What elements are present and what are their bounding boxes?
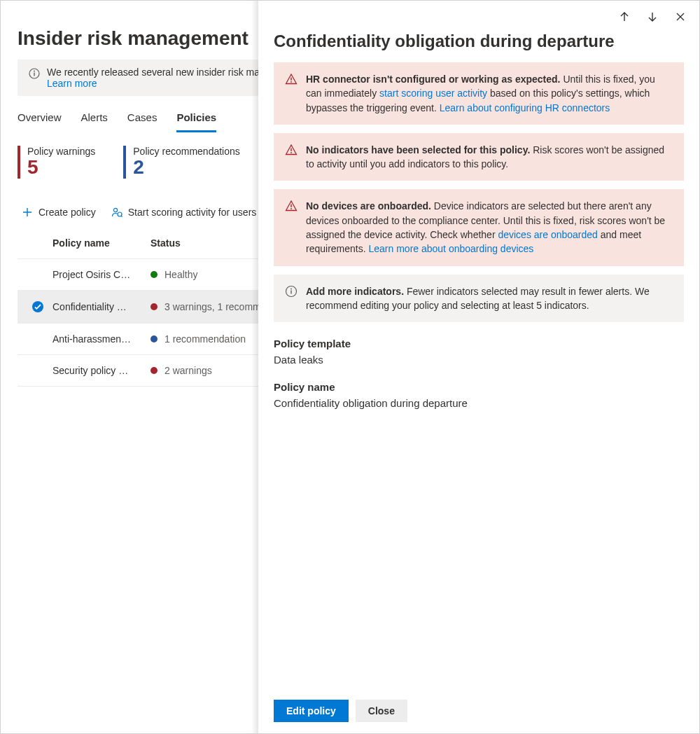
warning-icon: [285, 144, 298, 172]
checked-icon: [31, 300, 44, 313]
plus-icon: [22, 207, 33, 218]
warning-icon: [285, 200, 298, 256]
alert-text: HR connector isn't configured or working…: [306, 72, 673, 115]
arrow-up-icon: [618, 11, 631, 23]
learn-hr-connectors-link[interactable]: Learn about configuring HR connectors: [440, 102, 610, 113]
close-button[interactable]: Close: [356, 700, 407, 722]
svg-rect-2: [34, 73, 34, 76]
panel-top-actions: [258, 1, 699, 26]
panel-title: Confidentiality obligation during depart…: [258, 26, 699, 62]
policy-name-label: Policy name: [274, 381, 684, 393]
policy-name-cell: Security policy …: [52, 365, 150, 376]
close-panel-button[interactable]: [671, 8, 690, 26]
alert-add-indicators: Add more indicators. Fewer indicators se…: [274, 275, 684, 323]
devices-onboarded-link[interactable]: devices are onboarded: [498, 229, 597, 240]
status-dot-icon: [150, 303, 158, 310]
svg-rect-10: [290, 205, 291, 208]
svg-rect-8: [290, 148, 291, 151]
tab-overview[interactable]: Overview: [18, 104, 62, 132]
status-text: 2 warnings: [164, 365, 212, 376]
tab-policies[interactable]: Policies: [176, 104, 216, 132]
info-icon: [29, 68, 40, 79]
edit-policy-button[interactable]: Edit policy: [274, 700, 349, 722]
status-dot-icon: [150, 335, 158, 342]
status-text: Healthy: [164, 269, 197, 280]
warning-icon: [285, 73, 298, 115]
banner-learn-more-link[interactable]: Learn more: [47, 78, 97, 89]
start-scoring-link[interactable]: start scoring user activity: [379, 88, 487, 99]
arrow-down-icon: [646, 11, 659, 23]
svg-point-3: [113, 208, 117, 212]
alert-bold: Add more indicators.: [306, 286, 404, 297]
alert-bold: No indicators have been selected for thi…: [306, 144, 530, 155]
policy-template-label: Policy template: [274, 338, 684, 349]
status-dot-icon: [150, 367, 158, 374]
policy-template-value: Data leaks: [274, 354, 684, 366]
alert-no-indicators: No indicators have been selected for thi…: [274, 133, 684, 181]
policy-name-cell: Anti-harassmen…: [52, 333, 150, 345]
previous-button[interactable]: [615, 8, 634, 26]
next-button[interactable]: [643, 8, 662, 26]
panel-body: HR connector isn't configured or working…: [258, 62, 699, 688]
tab-cases[interactable]: Cases: [127, 104, 158, 132]
alert-text: Add more indicators. Fewer indicators se…: [306, 284, 673, 313]
svg-point-11: [290, 209, 292, 210]
col-policy-name[interactable]: Policy name: [52, 237, 150, 249]
svg-point-9: [290, 152, 292, 153]
row-checkbox[interactable]: [23, 300, 52, 313]
svg-point-7: [290, 81, 292, 83]
policy-name-value: Confidentiality obligation during depart…: [274, 397, 684, 409]
alert-no-devices: No devices are onboarded. Device indicat…: [274, 189, 684, 265]
svg-rect-14: [290, 290, 291, 293]
panel-footer: Edit policy Close: [258, 688, 699, 733]
svg-point-13: [290, 288, 292, 289]
policy-name-cell: Project Osiris C…: [52, 269, 150, 280]
stat-recommendations: Policy recommendations 2: [123, 146, 240, 179]
alert-bold: No devices are onboarded.: [306, 200, 431, 212]
stat-recommend-value: 2: [133, 157, 240, 179]
start-scoring-label: Start scoring activity for users: [128, 207, 257, 218]
policy-name-cell: Confidentiality …: [52, 301, 150, 312]
start-scoring-button[interactable]: Start scoring activity for users: [111, 207, 257, 218]
status-dot-icon: [150, 271, 158, 278]
stat-warnings-label: Policy warnings: [27, 146, 95, 157]
details-panel: Confidentiality obligation during depart…: [258, 1, 699, 733]
svg-rect-6: [290, 78, 291, 81]
tab-alerts[interactable]: Alerts: [81, 104, 108, 132]
policy-name-section: Policy name Confidentiality obligation d…: [274, 381, 684, 409]
policy-template-section: Policy template Data leaks: [274, 338, 684, 366]
info-icon: [285, 285, 298, 313]
close-icon: [675, 11, 686, 22]
stat-warnings-value: 5: [27, 157, 95, 179]
alert-text: No devices are onboarded. Device indicat…: [306, 199, 673, 256]
alert-hr-connector: HR connector isn't configured or working…: [274, 62, 684, 125]
learn-onboarding-link[interactable]: Learn more about onboarding devices: [368, 243, 533, 254]
status-text: 1 recommendation: [164, 333, 246, 345]
create-policy-button[interactable]: Create policy: [22, 207, 96, 218]
svg-point-1: [34, 71, 35, 72]
alert-bold: HR connector isn't configured or working…: [306, 74, 561, 85]
create-policy-label: Create policy: [38, 207, 96, 218]
person-icon: [111, 207, 122, 218]
stat-warnings: Policy warnings 5: [18, 146, 95, 179]
alert-text: No indicators have been selected for thi…: [306, 143, 673, 172]
stat-recommend-label: Policy recommendations: [133, 146, 240, 157]
